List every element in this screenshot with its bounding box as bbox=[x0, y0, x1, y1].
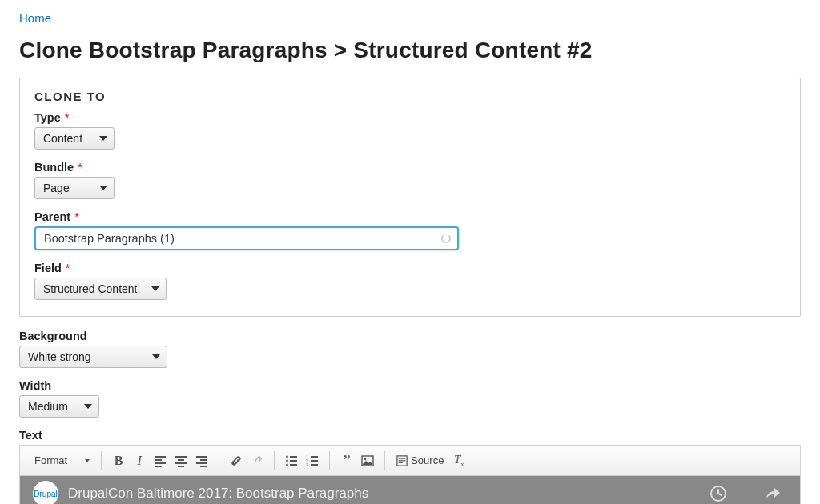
numbered-list-button[interactable]: 123 bbox=[302, 450, 323, 471]
svg-rect-8 bbox=[196, 456, 207, 458]
format-dropdown-label: Format bbox=[34, 454, 67, 466]
rich-text-editor: Format B I bbox=[19, 445, 801, 504]
width-select-value: Medium bbox=[28, 400, 68, 413]
source-icon bbox=[396, 455, 408, 466]
video-title: DrupalCon Baltimore 2017: Bootstrap Para… bbox=[68, 486, 368, 502]
breadcrumb-home-link[interactable]: Home bbox=[19, 11, 51, 25]
share-icon bbox=[763, 484, 782, 503]
align-center-button[interactable] bbox=[171, 450, 191, 471]
svg-rect-0 bbox=[155, 456, 166, 458]
width-field: Width Medium bbox=[19, 379, 801, 418]
clone-to-fieldset: CLONE TO Type * Content Bundle * Page Pa… bbox=[19, 78, 801, 317]
svg-rect-10 bbox=[196, 462, 207, 464]
svg-rect-17 bbox=[290, 464, 297, 466]
field-select[interactable]: Structured Content bbox=[34, 278, 167, 300]
blockquote-button[interactable]: ” bbox=[336, 450, 357, 471]
align-center-icon bbox=[175, 454, 187, 467]
parent-input[interactable] bbox=[34, 226, 459, 250]
clock-icon bbox=[709, 484, 728, 503]
toolbar-separator bbox=[329, 451, 330, 470]
toolbar-separator bbox=[274, 451, 275, 470]
svg-rect-2 bbox=[155, 462, 166, 464]
align-left-button[interactable] bbox=[150, 450, 171, 471]
width-label: Width bbox=[19, 379, 801, 392]
editor-toolbar: Format B I bbox=[20, 446, 800, 476]
text-field: Text Format B I bbox=[19, 429, 801, 504]
type-select[interactable]: Content bbox=[34, 127, 115, 150]
svg-rect-19 bbox=[311, 456, 318, 458]
background-field: Background White strong bbox=[19, 330, 801, 368]
chevron-down-icon bbox=[152, 354, 160, 359]
svg-rect-4 bbox=[175, 456, 187, 458]
svg-rect-5 bbox=[178, 459, 184, 461]
field-label: Field * bbox=[34, 262, 786, 274]
chevron-down-icon bbox=[99, 136, 107, 141]
bundle-label-text: Bundle bbox=[34, 161, 74, 174]
type-select-value: Content bbox=[43, 132, 82, 145]
svg-text:3: 3 bbox=[306, 462, 308, 467]
align-right-icon bbox=[195, 454, 208, 467]
toolbar-separator bbox=[101, 451, 102, 470]
svg-rect-11 bbox=[200, 466, 207, 467]
chevron-down-icon bbox=[84, 404, 92, 409]
text-label: Text bbox=[19, 429, 801, 442]
unlink-button[interactable] bbox=[247, 450, 267, 471]
svg-point-16 bbox=[286, 463, 288, 466]
svg-rect-29 bbox=[399, 462, 403, 462]
svg-rect-3 bbox=[155, 466, 162, 467]
bundle-field: Bundle * Page bbox=[34, 161, 786, 199]
svg-rect-15 bbox=[290, 460, 297, 462]
toolbar-separator bbox=[219, 451, 219, 470]
watch-later-button[interactable] bbox=[707, 482, 730, 504]
loading-spinner-icon bbox=[441, 234, 451, 243]
width-select[interactable]: Medium bbox=[19, 395, 99, 418]
unlink-icon bbox=[251, 454, 263, 467]
field-label-text: Field bbox=[34, 262, 62, 274]
required-marker: * bbox=[74, 161, 82, 174]
italic-button[interactable]: I bbox=[129, 450, 150, 471]
link-button[interactable] bbox=[226, 450, 247, 471]
drupal-logo-text: Drupal bbox=[34, 490, 57, 498]
toolbar-separator bbox=[384, 451, 385, 470]
align-right-button[interactable] bbox=[191, 450, 212, 471]
chevron-down-icon bbox=[151, 286, 159, 291]
image-icon bbox=[361, 454, 374, 467]
drupal-logo-icon: Drupal bbox=[33, 481, 58, 504]
svg-point-14 bbox=[286, 459, 288, 462]
chevron-down-icon bbox=[99, 186, 107, 190]
field-field: Field * Structured Content bbox=[34, 262, 786, 300]
image-button[interactable] bbox=[357, 450, 378, 471]
background-select[interactable]: White strong bbox=[19, 346, 167, 368]
parent-label: Parent * bbox=[34, 210, 786, 223]
video-embed-header: Drupal DrupalCon Baltimore 2017: Bootstr… bbox=[20, 476, 800, 504]
svg-rect-21 bbox=[311, 460, 318, 462]
quote-icon: ” bbox=[344, 455, 351, 466]
required-marker: * bbox=[62, 111, 70, 124]
remove-format-button[interactable]: Tx bbox=[448, 450, 469, 471]
bundle-label: Bundle * bbox=[34, 161, 786, 174]
share-button[interactable] bbox=[762, 482, 784, 504]
background-label: Background bbox=[19, 330, 801, 342]
svg-rect-7 bbox=[178, 466, 184, 467]
required-marker: * bbox=[62, 262, 70, 274]
source-button[interactable]: Source bbox=[392, 450, 448, 471]
bullet-list-button[interactable] bbox=[281, 450, 302, 471]
svg-rect-13 bbox=[290, 456, 297, 458]
page-title: Clone Bootstrap Paragraphs > Structured … bbox=[19, 38, 801, 63]
field-select-value: Structured Content bbox=[43, 282, 138, 295]
svg-rect-28 bbox=[399, 460, 406, 461]
type-field: Type * Content bbox=[34, 111, 786, 150]
svg-rect-6 bbox=[175, 462, 187, 464]
bold-button[interactable]: B bbox=[108, 450, 129, 471]
svg-point-25 bbox=[364, 458, 367, 460]
type-label-text: Type bbox=[34, 111, 61, 124]
type-label: Type * bbox=[34, 111, 786, 124]
bundle-select-value: Page bbox=[43, 182, 70, 194]
source-button-label: Source bbox=[411, 454, 444, 466]
bundle-select[interactable]: Page bbox=[34, 177, 115, 199]
format-dropdown[interactable]: Format bbox=[30, 451, 94, 470]
chevron-down-icon bbox=[85, 459, 90, 462]
clone-to-legend: CLONE TO bbox=[34, 90, 786, 103]
parent-field: Parent * bbox=[34, 210, 786, 250]
required-marker: * bbox=[71, 210, 79, 223]
